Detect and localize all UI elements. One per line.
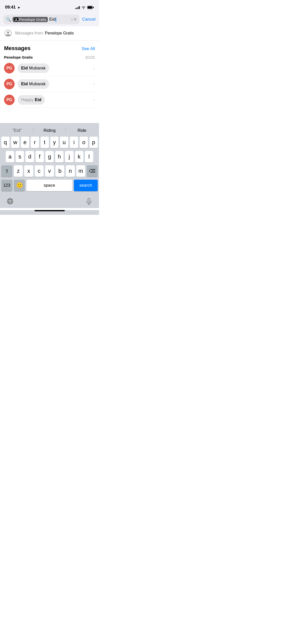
- key-y[interactable]: y: [50, 137, 59, 148]
- key-l[interactable]: l: [85, 151, 93, 163]
- autocorrect-option-ride[interactable]: Ride: [66, 127, 98, 134]
- key-d[interactable]: d: [25, 151, 34, 163]
- autocorrect-bar: "Eid" Riding Ride: [1, 125, 98, 137]
- status-bar: 09:41 ►: [0, 0, 99, 13]
- autocorrect-option-eid[interactable]: "Eid": [1, 127, 33, 134]
- mic-icon[interactable]: [84, 196, 94, 207]
- text-cursor: [56, 17, 56, 22]
- key-s[interactable]: s: [16, 151, 24, 163]
- key-w[interactable]: w: [11, 137, 19, 148]
- section-title: Messages: [4, 45, 30, 52]
- location-icon: ►: [17, 6, 21, 9]
- keyboard-row-4: 123 🙂 space search: [1, 180, 98, 191]
- wifi-icon: [81, 6, 86, 9]
- emoji-key[interactable]: 🙂: [14, 180, 25, 191]
- signal-icon: [75, 6, 80, 9]
- message-row[interactable]: PG Happy Eid ›: [0, 92, 99, 108]
- sender-name: Penelope Gratis: [4, 55, 33, 59]
- key-z[interactable]: z: [14, 165, 23, 177]
- key-p[interactable]: p: [89, 137, 98, 148]
- bubble-wrap: Eid Mubarak: [18, 63, 90, 73]
- key-u[interactable]: u: [60, 137, 68, 148]
- svg-rect-2: [93, 7, 94, 8]
- key-v[interactable]: v: [45, 165, 54, 177]
- message-row[interactable]: PG Eid Mubarak ›: [0, 76, 99, 92]
- key-a[interactable]: a: [6, 151, 14, 163]
- see-all-button[interactable]: See All: [82, 46, 95, 51]
- keyboard-row-2: a s d f g h j k l: [1, 151, 98, 163]
- svg-point-4: [16, 18, 17, 20]
- avatar: PG: [4, 79, 15, 89]
- key-i[interactable]: i: [70, 137, 78, 148]
- key-o[interactable]: o: [80, 137, 88, 148]
- search-input-wrap[interactable]: 🔍 Penelope Gratis Eid ○✕: [4, 15, 80, 24]
- avatar: PG: [4, 95, 15, 105]
- key-c[interactable]: c: [35, 165, 44, 177]
- svg-rect-12: [88, 198, 90, 202]
- search-magnify-icon: 🔍: [6, 17, 11, 22]
- message-bubble: Happy Eid: [18, 95, 45, 105]
- keyboard-row-1: q w e r t y u i o p: [1, 137, 98, 148]
- delete-key[interactable]: ⌫: [87, 165, 98, 177]
- key-r[interactable]: r: [31, 137, 39, 148]
- svg-point-0: [83, 8, 84, 9]
- key-h[interactable]: h: [55, 151, 63, 163]
- key-x[interactable]: x: [24, 165, 33, 177]
- avatar: PG: [4, 63, 15, 73]
- keyboard: "Eid" Riding Ride q w e r t y u i o p a …: [0, 123, 99, 208]
- key-q[interactable]: q: [1, 137, 10, 148]
- search-token-label: Penelope Gratis: [19, 17, 46, 22]
- svg-rect-3: [88, 6, 92, 9]
- key-k[interactable]: k: [75, 151, 83, 163]
- shift-key[interactable]: ⇧: [1, 165, 12, 177]
- suggestion-text: Messages from: Penelope Gratis: [15, 31, 74, 35]
- search-bar-container: 🔍 Penelope Gratis Eid ○✕ Cancel: [0, 13, 99, 26]
- space-key[interactable]: space: [26, 180, 72, 191]
- message-bubble: Eid Mubarak: [18, 79, 49, 89]
- status-time-area: 09:41 ►: [5, 5, 21, 10]
- keyboard-bottom: [1, 194, 98, 207]
- autocorrect-option-riding[interactable]: Riding: [33, 127, 66, 134]
- token-avatar-icon: [14, 17, 18, 21]
- key-t[interactable]: t: [41, 137, 49, 148]
- key-f[interactable]: f: [36, 151, 44, 163]
- globe-icon[interactable]: [5, 196, 15, 207]
- message-bubble: Eid Mubarak: [18, 63, 49, 73]
- status-icons: [75, 6, 94, 9]
- cancel-button[interactable]: Cancel: [82, 17, 95, 22]
- sender-date: 3/1/22: [85, 55, 95, 59]
- key-e[interactable]: e: [21, 137, 29, 148]
- search-typed-text[interactable]: Eid: [49, 17, 69, 22]
- key-n[interactable]: n: [66, 165, 75, 177]
- key-m[interactable]: m: [76, 165, 85, 177]
- key-j[interactable]: j: [65, 151, 73, 163]
- svg-point-6: [7, 31, 9, 33]
- search-clear-button[interactable]: ○✕: [71, 17, 77, 22]
- person-icon: [4, 29, 12, 37]
- suggestion-row[interactable]: Messages from: Penelope Gratis: [0, 26, 99, 41]
- key-b[interactable]: b: [55, 165, 64, 177]
- chevron-right-icon: ›: [93, 82, 95, 87]
- search-token: Penelope Gratis: [13, 17, 48, 22]
- bubble-wrap: Happy Eid: [18, 95, 90, 105]
- message-row[interactable]: PG Eid Mubarak ›: [0, 60, 99, 76]
- keyboard-row-3: ⇧ z x c v b n m ⌫: [1, 165, 98, 177]
- numbers-key[interactable]: 123: [1, 180, 12, 191]
- search-key[interactable]: search: [74, 180, 98, 191]
- home-indicator: [35, 210, 65, 211]
- messages-section-header: Messages See All: [0, 41, 99, 53]
- status-time: 09:41: [5, 5, 16, 10]
- key-g[interactable]: g: [45, 151, 54, 163]
- bubble-wrap: Eid Mubarak: [18, 79, 90, 89]
- conversation-sender: Penelope Gratis 3/1/22: [0, 53, 99, 60]
- chevron-right-icon: ›: [93, 66, 95, 71]
- battery-icon: [87, 6, 94, 9]
- chevron-right-icon: ›: [93, 97, 95, 103]
